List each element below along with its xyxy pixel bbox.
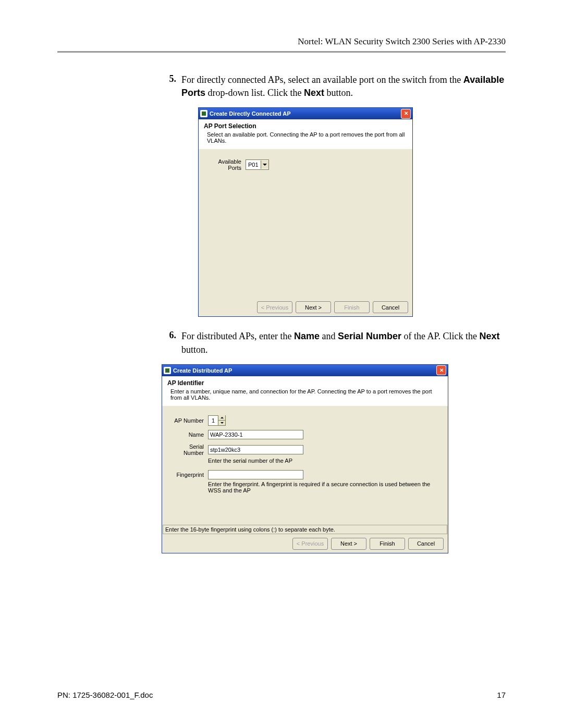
step-text: For distributed APs, enter the Name and … <box>181 330 506 356</box>
step-5: 5. For directly connected APs, select an… <box>162 73 506 100</box>
dialog-description: Enter a number, unique name, and connect… <box>167 388 443 401</box>
next-button[interactable]: Next > <box>331 538 366 550</box>
bold-next: Next <box>480 331 500 341</box>
bold-next: Next <box>304 88 324 98</box>
text: For distributed APs, enter the <box>181 331 294 341</box>
previous-button: < Previous <box>257 301 292 313</box>
dialog-create-distributed-ap: Create Distributed AP ✕ AP Identifier En… <box>162 364 448 553</box>
app-icon <box>200 110 207 117</box>
fingerprint-label: Fingerprint <box>168 472 204 478</box>
button-bar: < Previous Next > Finish Cancel <box>162 535 448 553</box>
step-text: For directly connected APs, select an av… <box>181 73 506 100</box>
step-6: 6. For distributed APs, enter the Name a… <box>162 330 506 356</box>
finish-button[interactable]: Finish <box>370 538 405 550</box>
dialog-body: Available Ports P01 <box>199 149 412 298</box>
chevron-up-icon[interactable] <box>218 415 225 421</box>
bold-name: Name <box>294 331 320 341</box>
close-icon[interactable]: ✕ <box>401 109 411 119</box>
dialog-header: AP Port Selection Select an available po… <box>199 119 412 149</box>
status-bar: Enter the 16-byte fingerprint using colo… <box>163 525 447 534</box>
spinner-value: 1 <box>209 417 218 424</box>
dialog-heading: AP Identifier <box>167 379 443 387</box>
fingerprint-help-text: Enter the fingerprint. A fingerprint is … <box>208 481 442 493</box>
step-number: 6. <box>162 330 181 356</box>
app-icon <box>164 367 171 374</box>
ap-number-stepper[interactable]: 1 <box>208 415 226 426</box>
button-bar: < Previous Next > Finish Cancel <box>199 298 412 316</box>
step-number: 5. <box>162 73 181 100</box>
ap-number-label: AP Number <box>168 417 204 424</box>
available-ports-label: Available Ports <box>205 158 241 171</box>
close-icon[interactable]: ✕ <box>436 365 446 375</box>
available-ports-dropdown[interactable]: P01 <box>246 159 269 170</box>
cancel-button[interactable]: Cancel <box>408 538 444 550</box>
text: button. <box>324 88 353 98</box>
cancel-button[interactable]: Cancel <box>373 301 408 313</box>
serial-help-text: Enter the serial number of the AP <box>208 458 442 464</box>
previous-button: < Previous <box>292 538 328 550</box>
dialog-create-directly-connected-ap: Create Directly Connected AP ✕ AP Port S… <box>198 107 413 317</box>
name-field[interactable]: WAP-2330-1 <box>208 430 303 439</box>
text: drop-down list. Click the <box>205 88 304 98</box>
page-header: Nortel: WLAN Security Switch 2300 Series… <box>57 36 506 53</box>
text: of the AP. Click the <box>401 331 480 341</box>
page-footer: PN: 1725-36082-001_F.doc 17 <box>57 690 506 699</box>
text: button. <box>181 344 208 355</box>
dialog-heading: AP Port Selection <box>204 122 407 130</box>
chevron-down-icon[interactable] <box>261 161 268 169</box>
fingerprint-field[interactable] <box>208 470 303 479</box>
chevron-down-icon[interactable] <box>218 421 225 425</box>
footer-doc-id: PN: 1725-36082-001_F.doc <box>57 690 153 699</box>
titlebar: Create Directly Connected AP ✕ <box>199 108 412 119</box>
dialog-description: Select an available port. Connecting the… <box>204 131 407 144</box>
titlebar: Create Distributed AP ✕ <box>162 365 448 376</box>
bold-serial: Serial Number <box>338 331 401 341</box>
dropdown-value: P01 <box>246 162 261 168</box>
name-label: Name <box>168 431 204 438</box>
dialog-body: AP Number 1 Name WAP-2330-1 Serial Numbe… <box>162 406 448 535</box>
serial-field[interactable]: stp1w20kc3 <box>208 445 303 454</box>
page-number: 17 <box>497 690 506 699</box>
window-title: Create Directly Connected AP <box>210 110 401 117</box>
dialog-header: AP Identifier Enter a number, unique nam… <box>162 376 448 406</box>
serial-label: Serial Number <box>168 443 204 456</box>
text: and <box>320 331 338 341</box>
next-button[interactable]: Next > <box>296 301 331 313</box>
finish-button: Finish <box>334 301 370 313</box>
text: For directly connected APs, select an av… <box>181 75 463 85</box>
window-title: Create Distributed AP <box>173 367 436 374</box>
